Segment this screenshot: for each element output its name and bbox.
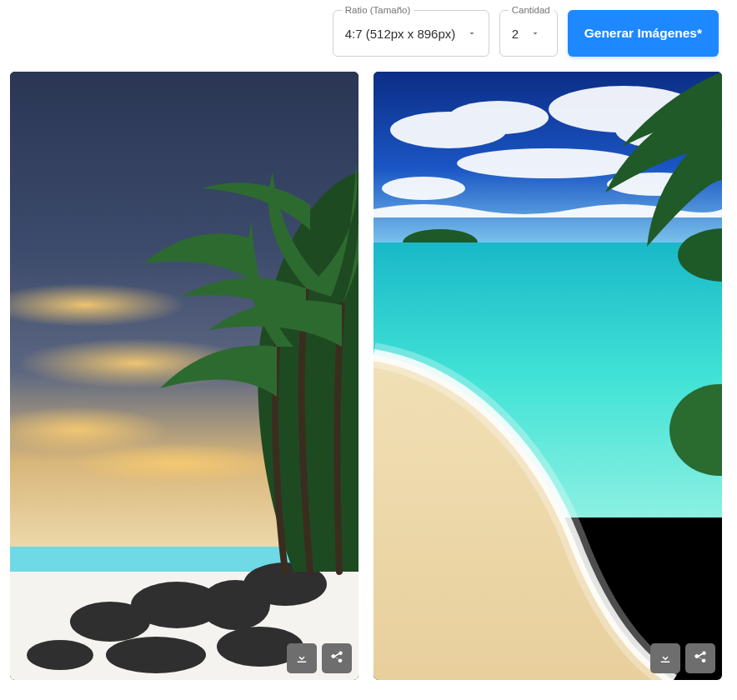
- generated-image: [374, 72, 722, 680]
- share-button[interactable]: [322, 643, 352, 673]
- svg-point-13: [27, 640, 93, 670]
- quantity-label: Cantidad: [509, 4, 554, 16]
- download-icon: [294, 650, 309, 668]
- image-actions: [287, 643, 352, 673]
- share-button[interactable]: [685, 643, 715, 673]
- image-card: [10, 72, 358, 680]
- download-icon: [658, 650, 673, 668]
- quantity-value: 2: [512, 27, 519, 41]
- share-icon: [329, 650, 344, 668]
- ratio-label: Ratio (Tamaño): [342, 4, 414, 16]
- download-button[interactable]: [287, 643, 317, 673]
- svg-point-11: [106, 637, 206, 673]
- ratio-value: 4:7 (512px x 896px): [345, 27, 456, 41]
- svg-point-20: [382, 177, 465, 200]
- quantity-select[interactable]: Cantidad 2: [499, 10, 558, 57]
- share-icon: [693, 650, 708, 668]
- download-button[interactable]: [650, 643, 680, 673]
- svg-point-4: [68, 443, 285, 483]
- image-card: [374, 72, 722, 680]
- ratio-select[interactable]: Ratio (Tamaño) 4:7 (512px x 896px): [333, 10, 489, 57]
- svg-point-16: [449, 101, 549, 134]
- caret-down-icon: [464, 25, 480, 42]
- image-gallery: [10, 72, 727, 680]
- toolbar: Ratio (Tamaño) 4:7 (512px x 896px) Canti…: [10, 10, 727, 57]
- generated-image: [10, 72, 358, 680]
- image-actions: [650, 643, 715, 673]
- generate-button[interactable]: Generar Imágenes*: [568, 10, 719, 57]
- svg-point-19: [457, 148, 640, 178]
- caret-down-icon: [527, 25, 544, 42]
